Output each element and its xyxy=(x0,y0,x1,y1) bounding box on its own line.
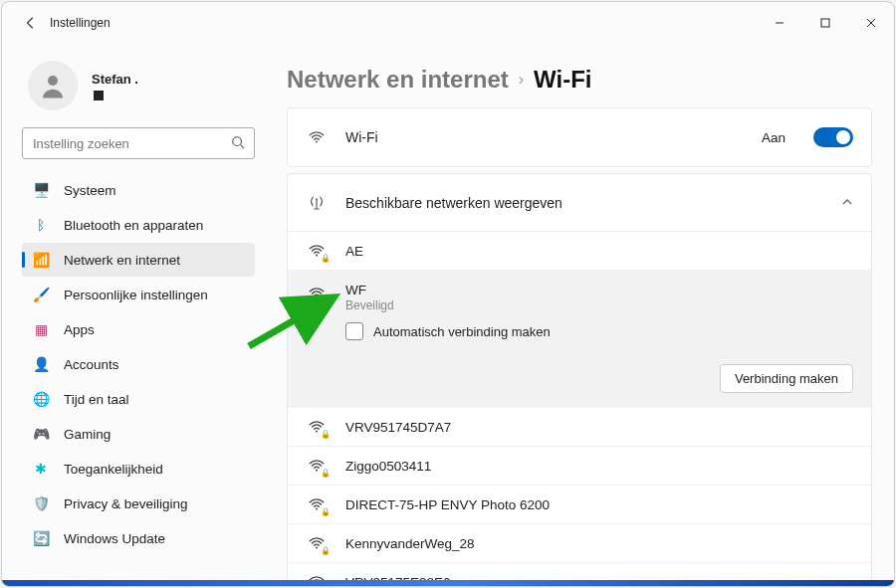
wifi-icon: 📶 xyxy=(32,251,50,269)
sidebar-item-label: Systeem xyxy=(64,183,116,198)
available-networks-label: Beschikbare netwerken weergeven xyxy=(345,195,823,211)
svg-point-3 xyxy=(316,141,318,143)
sidebar-item-update[interactable]: 🔄Windows Update xyxy=(22,521,255,555)
network-item[interactable]: 🔒AE xyxy=(288,232,871,271)
sidebar-item-accessibility[interactable]: ✱Toegankelijkheid xyxy=(22,452,255,486)
network-item[interactable]: 🔒DIRECT-75-HP ENVY Photo 6200 xyxy=(288,486,871,524)
brush-icon: 🖌️ xyxy=(32,286,50,303)
settings-window: Instellingen Stefan . xyxy=(1,1,895,587)
svg-point-5 xyxy=(316,255,318,257)
search-input[interactable] xyxy=(22,127,255,159)
svg-point-4 xyxy=(316,198,318,200)
user-block[interactable]: Stefan . xyxy=(22,54,255,117)
sidebar-item-accounts[interactable]: 👤Accounts xyxy=(22,347,255,381)
sidebar-item-personalization[interactable]: 🖌️Persoonlijke instellingen xyxy=(22,278,255,311)
sidebar-item-label: Accounts xyxy=(64,357,119,372)
user-name: Stefan . xyxy=(92,72,138,87)
clock-icon: 🌐 xyxy=(32,390,50,408)
sidebar-item-label: Netwerk en internet xyxy=(64,253,180,268)
wifi-secured-icon: 🔒 xyxy=(306,418,328,436)
window-controls xyxy=(757,7,894,39)
wifi-secured-icon: 🔒 xyxy=(306,285,328,302)
available-networks-card: Beschikbare netwerken weergeven 🔒AE🔒WFBe… xyxy=(287,173,872,586)
network-subtitle: Beveiligd xyxy=(345,298,853,312)
sidebar: Stefan . 🖥️Systeem ᛒBluetooth en apparat… xyxy=(2,44,271,586)
person-icon xyxy=(38,71,68,100)
taskbar-hint xyxy=(2,580,894,586)
sidebar-item-label: Privacy & beveiliging xyxy=(64,496,188,511)
connect-button[interactable]: Verbinding maken xyxy=(720,364,853,393)
svg-point-2 xyxy=(233,137,242,146)
titlebar: Instellingen xyxy=(2,2,894,44)
breadcrumb-parent[interactable]: Netwerk en internet xyxy=(287,66,509,94)
wifi-secured-icon: 🔒 xyxy=(306,242,328,260)
search-icon xyxy=(231,135,245,153)
wifi-secured-icon: 🔒 xyxy=(306,534,328,552)
lock-icon: 🔒 xyxy=(321,254,331,263)
wifi-status: Aan xyxy=(762,130,785,145)
sidebar-item-label: Windows Update xyxy=(64,531,165,546)
network-item[interactable]: 🔒WFBeveiligdAutomatisch verbinding maken… xyxy=(288,271,871,408)
svg-point-6 xyxy=(316,297,318,299)
window-title: Instellingen xyxy=(46,16,757,30)
maximize-button[interactable] xyxy=(802,7,848,39)
network-item[interactable]: 🔒KennyvanderWeg_28 xyxy=(288,524,871,563)
wifi-toggle-row[interactable]: Wi-Fi Aan xyxy=(288,108,871,166)
wifi-secured-icon: 🔒 xyxy=(306,457,328,475)
lock-icon: 🔒 xyxy=(321,296,331,305)
sidebar-item-time[interactable]: 🌐Tijd en taal xyxy=(22,382,255,416)
sidebar-item-apps[interactable]: ▦Apps xyxy=(22,312,255,346)
breadcrumb: Netwerk en internet › Wi-Fi xyxy=(287,52,872,107)
page-title: Wi-Fi xyxy=(534,66,591,94)
network-name: KennyvanderWeg_28 xyxy=(345,536,853,551)
sidebar-item-system[interactable]: 🖥️Systeem xyxy=(22,173,255,207)
update-icon: 🔄 xyxy=(32,529,50,547)
lock-icon: 🔒 xyxy=(321,546,331,555)
sidebar-item-bluetooth[interactable]: ᛒBluetooth en apparaten xyxy=(22,208,255,242)
nav: 🖥️Systeem ᛒBluetooth en apparaten 📶Netwe… xyxy=(22,173,255,555)
shield-icon: 🛡️ xyxy=(32,494,50,512)
search-wrap xyxy=(22,127,255,159)
sidebar-item-privacy[interactable]: 🛡️Privacy & beveiliging xyxy=(22,487,255,520)
available-networks-header[interactable]: Beschikbare netwerken weergeven xyxy=(288,174,871,232)
network-list: 🔒AE🔒WFBeveiligdAutomatisch verbinding ma… xyxy=(288,232,871,586)
sidebar-item-label: Gaming xyxy=(64,427,111,442)
svg-point-7 xyxy=(316,431,318,433)
apps-icon: ▦ xyxy=(32,320,50,338)
sidebar-item-label: Tijd en taal xyxy=(64,392,129,407)
antenna-icon xyxy=(306,194,328,212)
lock-icon: 🔒 xyxy=(321,507,331,516)
network-item[interactable]: 🔒Ziggo0503411 xyxy=(288,447,871,486)
wifi-toggle[interactable] xyxy=(813,127,853,147)
network-name: AE xyxy=(345,244,853,259)
svg-point-9 xyxy=(316,508,318,510)
svg-rect-0 xyxy=(821,19,829,27)
sidebar-item-label: Apps xyxy=(64,322,95,337)
sidebar-item-gaming[interactable]: 🎮Gaming xyxy=(22,417,255,451)
svg-point-1 xyxy=(48,76,58,86)
svg-point-8 xyxy=(316,470,318,472)
sidebar-item-label: Persoonlijke instellingen xyxy=(64,288,208,302)
wifi-label: Wi-Fi xyxy=(345,129,744,145)
wifi-toggle-card: Wi-Fi Aan xyxy=(287,107,872,167)
back-button[interactable] xyxy=(16,16,46,30)
system-icon: 🖥️ xyxy=(32,181,50,199)
auto-connect-checkbox[interactable] xyxy=(345,322,363,340)
network-name: VRV951745D7A7 xyxy=(345,420,853,435)
chevron-up-icon xyxy=(841,194,853,212)
sidebar-item-label: Toegankelijkheid xyxy=(64,462,163,477)
lock-icon: 🔒 xyxy=(321,469,331,478)
accessibility-icon: ✱ xyxy=(32,460,50,478)
network-name: Ziggo0503411 xyxy=(345,459,853,474)
close-button[interactable] xyxy=(848,7,894,39)
svg-point-10 xyxy=(316,547,318,549)
minimize-button[interactable] xyxy=(757,7,802,39)
wifi-secured-icon: 🔒 xyxy=(306,495,328,513)
chevron-right-icon: › xyxy=(519,71,524,89)
sidebar-item-network[interactable]: 📶Netwerk en internet xyxy=(22,243,255,277)
network-item[interactable]: 🔒VRV951745D7A7 xyxy=(288,408,871,447)
accounts-icon: 👤 xyxy=(32,355,50,373)
sidebar-item-label: Bluetooth en apparaten xyxy=(64,218,203,233)
network-name: WF xyxy=(345,283,853,297)
avatar xyxy=(28,61,78,110)
